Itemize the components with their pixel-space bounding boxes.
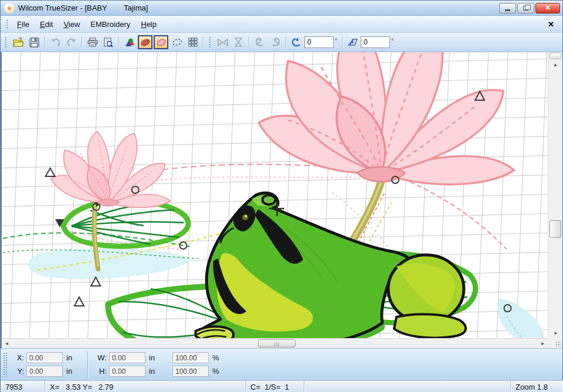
scroll-left-button[interactable]: ◄ <box>2 339 12 348</box>
menu-file[interactable]: File <box>12 18 35 31</box>
stitch-view-button[interactable] <box>138 35 152 49</box>
status-filler <box>304 381 511 392</box>
mirror-vertical-button[interactable] <box>231 35 246 49</box>
x-unit-label: in <box>66 353 82 362</box>
w-unit-label: in <box>149 353 164 362</box>
skew-degree-label: ° <box>391 38 394 44</box>
print-preview-button[interactable] <box>101 35 116 49</box>
position-fields: X: in Y: in <box>11 352 82 377</box>
print-button[interactable] <box>85 35 100 49</box>
menu-bar: File Edit View EMBroidery Help ✕ <box>1 16 562 33</box>
rotate-left-45-button[interactable] <box>252 35 267 49</box>
close-icon: ✕ <box>545 4 550 12</box>
stitch-leaf-icon <box>140 38 151 47</box>
design-canvas[interactable] <box>2 52 548 338</box>
design-colors-icon <box>124 38 135 47</box>
toolbar-separator <box>118 36 119 48</box>
minimize-icon <box>505 9 510 11</box>
size-fields: W: in % H: in % <box>94 352 228 377</box>
toolbar-grip-1[interactable] <box>5 36 8 48</box>
scrollbar-split-handle[interactable] <box>550 53 561 59</box>
restore-icon <box>523 6 528 11</box>
window-title: Wilcom TrueSizer - [BABY Tajima] <box>18 4 148 12</box>
close-button[interactable]: ✕ <box>535 3 560 13</box>
rotate-degree-label: ° <box>335 38 337 44</box>
open-folder-icon <box>13 38 24 47</box>
rotate-right-45-icon <box>270 38 281 47</box>
h-percent-label: % <box>212 367 228 376</box>
open-button[interactable] <box>11 35 26 49</box>
dimensions-panel-grip[interactable] <box>3 352 8 377</box>
undo-button[interactable] <box>48 35 63 49</box>
menu-help[interactable]: Help <box>135 18 162 31</box>
status-bar: 7953 X= 3.53 Y= 2.79 C= 1/S= 1 Zoom 1.8 <box>1 380 562 392</box>
rotate-angle-input[interactable] <box>304 36 334 48</box>
save-floppy-icon <box>29 38 39 47</box>
minimize-button[interactable] <box>499 3 516 13</box>
height-input <box>109 366 145 377</box>
skew-angle-input[interactable] <box>361 36 390 48</box>
rotate-right-45-button[interactable] <box>268 35 283 49</box>
horizontal-scrollbar[interactable]: ◄ ||| ► <box>2 338 548 348</box>
cursor-position: X= 3.53 Y= 2.79 <box>45 381 246 392</box>
vertical-scroll-thumb[interactable] <box>550 220 561 238</box>
undo-icon <box>50 38 61 47</box>
toolbar-grip-2[interactable] <box>209 36 212 48</box>
vertical-scroll-track[interactable] <box>548 69 562 329</box>
zoom-level: Zoom 1.8 <box>511 381 562 392</box>
menubar-grip[interactable] <box>6 19 9 29</box>
x-label: X: <box>11 353 24 362</box>
toolbar-separator <box>203 36 204 48</box>
toolbar-separator <box>249 36 249 48</box>
resize-grip-icon[interactable] <box>555 341 561 347</box>
print-preview-icon <box>103 38 113 47</box>
scroll-up-button[interactable]: ▲ <box>548 60 562 69</box>
mirror-horizontal-icon <box>218 38 228 47</box>
redo-icon <box>66 38 77 47</box>
artistic-view-button[interactable] <box>154 35 168 49</box>
save-button[interactable] <box>27 35 42 49</box>
scroll-right-button[interactable]: ► <box>538 339 548 348</box>
menu-embroidery[interactable]: EMBroidery <box>85 18 135 31</box>
scroll-down-button[interactable]: ▼ <box>548 329 562 338</box>
toolbar: ° ° <box>1 33 562 52</box>
mirror-horizontal-button[interactable] <box>215 35 230 49</box>
horizontal-scroll-track[interactable]: ||| <box>12 339 538 348</box>
document-close-icon[interactable]: ✕ <box>548 20 554 29</box>
scroll-up-icon: ▲ <box>553 62 558 67</box>
skew-tool-button[interactable] <box>345 35 360 49</box>
menu-edit[interactable]: Edit <box>35 18 58 31</box>
y-input <box>26 366 63 377</box>
scroll-down-icon: ▼ <box>553 331 558 336</box>
thumb-grip-icon: ||| <box>274 341 279 346</box>
menu-view[interactable]: View <box>58 18 85 31</box>
design-viewport[interactable] <box>2 52 548 338</box>
redo-button[interactable] <box>64 35 79 49</box>
width-scale-input <box>172 352 209 363</box>
artistic-leaf-icon <box>156 38 167 47</box>
y-label: Y: <box>11 367 24 376</box>
outline-ellipse-icon <box>172 38 182 46</box>
print-icon <box>87 38 98 47</box>
scrollbar-corner <box>548 338 562 348</box>
restore-button[interactable] <box>517 3 534 13</box>
toolbar-separator <box>45 36 45 48</box>
mirror-vertical-icon <box>234 38 243 47</box>
horizontal-scroll-thumb[interactable]: ||| <box>258 339 296 347</box>
grid-toggle-button[interactable] <box>185 35 200 49</box>
width-input <box>109 352 145 363</box>
y-unit-label: in <box>66 367 82 376</box>
title-bar[interactable]: ★ Wilcom TrueSizer - [BABY Tajima] ✕ <box>1 1 562 16</box>
rotate-icon <box>291 38 302 47</box>
panel-divider <box>87 352 88 377</box>
vertical-scrollbar[interactable]: ▲ ▼ <box>548 52 562 338</box>
toolbar-separator <box>82 36 82 48</box>
canvas-zone: ▲ ▼ ◄ ||| ► <box>1 52 562 348</box>
height-scale-input <box>172 366 209 377</box>
w-label: W: <box>94 353 107 362</box>
w-percent-label: % <box>212 353 228 362</box>
h-label: H: <box>94 367 107 376</box>
show-design-button[interactable] <box>122 35 137 49</box>
outline-view-button[interactable] <box>169 35 184 49</box>
rotate-tool-button[interactable] <box>289 35 304 49</box>
